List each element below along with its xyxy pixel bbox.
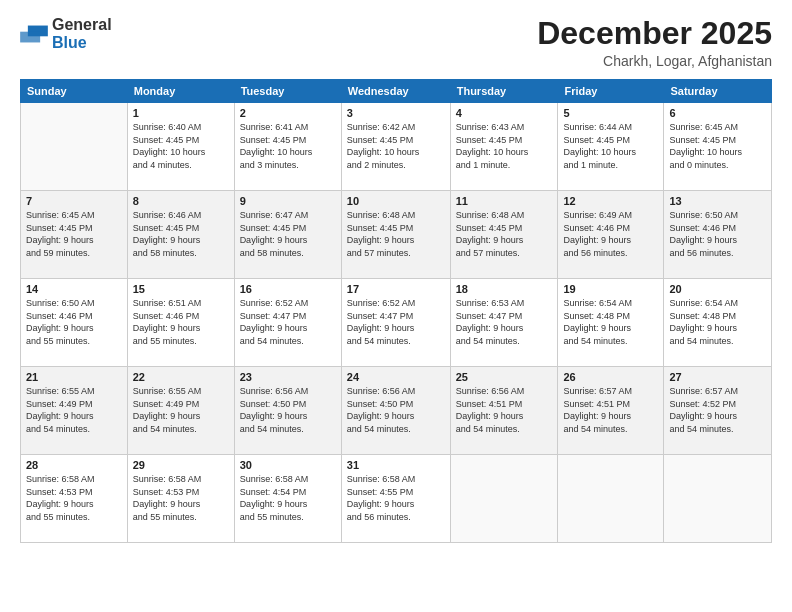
table-row (21, 103, 128, 191)
day-info: Sunrise: 6:47 AM Sunset: 4:45 PM Dayligh… (240, 209, 336, 259)
location-title: Charkh, Logar, Afghanistan (537, 53, 772, 69)
day-info: Sunrise: 6:58 AM Sunset: 4:53 PM Dayligh… (133, 473, 229, 523)
calendar-week-row: 14Sunrise: 6:50 AM Sunset: 4:46 PM Dayli… (21, 279, 772, 367)
month-title: December 2025 (537, 16, 772, 51)
day-number: 23 (240, 371, 336, 383)
table-row: 16Sunrise: 6:52 AM Sunset: 4:47 PM Dayli… (234, 279, 341, 367)
day-info: Sunrise: 6:58 AM Sunset: 4:54 PM Dayligh… (240, 473, 336, 523)
logo-icon (20, 24, 48, 44)
day-number: 19 (563, 283, 658, 295)
day-info: Sunrise: 6:56 AM Sunset: 4:51 PM Dayligh… (456, 385, 553, 435)
day-info: Sunrise: 6:55 AM Sunset: 4:49 PM Dayligh… (26, 385, 122, 435)
col-thursday: Thursday (450, 80, 558, 103)
table-row: 2Sunrise: 6:41 AM Sunset: 4:45 PM Daylig… (234, 103, 341, 191)
logo-blue: Blue (52, 34, 87, 51)
table-row: 29Sunrise: 6:58 AM Sunset: 4:53 PM Dayli… (127, 455, 234, 543)
day-info: Sunrise: 6:42 AM Sunset: 4:45 PM Dayligh… (347, 121, 445, 171)
day-number: 27 (669, 371, 766, 383)
day-info: Sunrise: 6:41 AM Sunset: 4:45 PM Dayligh… (240, 121, 336, 171)
day-number: 2 (240, 107, 336, 119)
table-row: 6Sunrise: 6:45 AM Sunset: 4:45 PM Daylig… (664, 103, 772, 191)
day-info: Sunrise: 6:57 AM Sunset: 4:51 PM Dayligh… (563, 385, 658, 435)
table-row: 19Sunrise: 6:54 AM Sunset: 4:48 PM Dayli… (558, 279, 664, 367)
day-number: 26 (563, 371, 658, 383)
table-row: 11Sunrise: 6:48 AM Sunset: 4:45 PM Dayli… (450, 191, 558, 279)
day-info: Sunrise: 6:57 AM Sunset: 4:52 PM Dayligh… (669, 385, 766, 435)
calendar-week-row: 28Sunrise: 6:58 AM Sunset: 4:53 PM Dayli… (21, 455, 772, 543)
table-row (450, 455, 558, 543)
day-number: 31 (347, 459, 445, 471)
table-row: 24Sunrise: 6:56 AM Sunset: 4:50 PM Dayli… (341, 367, 450, 455)
table-row: 15Sunrise: 6:51 AM Sunset: 4:46 PM Dayli… (127, 279, 234, 367)
table-row: 13Sunrise: 6:50 AM Sunset: 4:46 PM Dayli… (664, 191, 772, 279)
table-row: 26Sunrise: 6:57 AM Sunset: 4:51 PM Dayli… (558, 367, 664, 455)
table-row: 14Sunrise: 6:50 AM Sunset: 4:46 PM Dayli… (21, 279, 128, 367)
day-info: Sunrise: 6:46 AM Sunset: 4:45 PM Dayligh… (133, 209, 229, 259)
day-info: Sunrise: 6:50 AM Sunset: 4:46 PM Dayligh… (26, 297, 122, 347)
logo-wrapper: General Blue (20, 16, 112, 52)
day-number: 22 (133, 371, 229, 383)
day-number: 17 (347, 283, 445, 295)
col-wednesday: Wednesday (341, 80, 450, 103)
col-friday: Friday (558, 80, 664, 103)
day-number: 10 (347, 195, 445, 207)
table-row: 30Sunrise: 6:58 AM Sunset: 4:54 PM Dayli… (234, 455, 341, 543)
day-info: Sunrise: 6:58 AM Sunset: 4:53 PM Dayligh… (26, 473, 122, 523)
day-number: 9 (240, 195, 336, 207)
table-row: 18Sunrise: 6:53 AM Sunset: 4:47 PM Dayli… (450, 279, 558, 367)
table-row: 9Sunrise: 6:47 AM Sunset: 4:45 PM Daylig… (234, 191, 341, 279)
day-info: Sunrise: 6:56 AM Sunset: 4:50 PM Dayligh… (240, 385, 336, 435)
day-info: Sunrise: 6:58 AM Sunset: 4:55 PM Dayligh… (347, 473, 445, 523)
table-row (664, 455, 772, 543)
day-info: Sunrise: 6:54 AM Sunset: 4:48 PM Dayligh… (669, 297, 766, 347)
day-number: 8 (133, 195, 229, 207)
calendar-header-row: Sunday Monday Tuesday Wednesday Thursday… (21, 80, 772, 103)
calendar-week-row: 21Sunrise: 6:55 AM Sunset: 4:49 PM Dayli… (21, 367, 772, 455)
day-number: 6 (669, 107, 766, 119)
table-row: 1Sunrise: 6:40 AM Sunset: 4:45 PM Daylig… (127, 103, 234, 191)
day-info: Sunrise: 6:55 AM Sunset: 4:49 PM Dayligh… (133, 385, 229, 435)
day-number: 28 (26, 459, 122, 471)
day-info: Sunrise: 6:45 AM Sunset: 4:45 PM Dayligh… (26, 209, 122, 259)
table-row: 8Sunrise: 6:46 AM Sunset: 4:45 PM Daylig… (127, 191, 234, 279)
table-row (558, 455, 664, 543)
day-info: Sunrise: 6:43 AM Sunset: 4:45 PM Dayligh… (456, 121, 553, 171)
day-number: 11 (456, 195, 553, 207)
table-row: 22Sunrise: 6:55 AM Sunset: 4:49 PM Dayli… (127, 367, 234, 455)
col-saturday: Saturday (664, 80, 772, 103)
day-number: 7 (26, 195, 122, 207)
calendar-week-row: 1Sunrise: 6:40 AM Sunset: 4:45 PM Daylig… (21, 103, 772, 191)
logo: General Blue (20, 16, 112, 52)
table-row: 7Sunrise: 6:45 AM Sunset: 4:45 PM Daylig… (21, 191, 128, 279)
day-number: 5 (563, 107, 658, 119)
day-number: 13 (669, 195, 766, 207)
day-number: 21 (26, 371, 122, 383)
table-row: 23Sunrise: 6:56 AM Sunset: 4:50 PM Dayli… (234, 367, 341, 455)
day-info: Sunrise: 6:51 AM Sunset: 4:46 PM Dayligh… (133, 297, 229, 347)
day-info: Sunrise: 6:40 AM Sunset: 4:45 PM Dayligh… (133, 121, 229, 171)
col-sunday: Sunday (21, 80, 128, 103)
header: General Blue December 2025 Charkh, Logar… (20, 16, 772, 69)
day-number: 18 (456, 283, 553, 295)
day-number: 14 (26, 283, 122, 295)
day-info: Sunrise: 6:56 AM Sunset: 4:50 PM Dayligh… (347, 385, 445, 435)
day-number: 4 (456, 107, 553, 119)
title-section: December 2025 Charkh, Logar, Afghanistan (537, 16, 772, 69)
day-info: Sunrise: 6:44 AM Sunset: 4:45 PM Dayligh… (563, 121, 658, 171)
table-row: 4Sunrise: 6:43 AM Sunset: 4:45 PM Daylig… (450, 103, 558, 191)
svg-marker-1 (20, 32, 40, 43)
table-row: 27Sunrise: 6:57 AM Sunset: 4:52 PM Dayli… (664, 367, 772, 455)
day-number: 1 (133, 107, 229, 119)
day-number: 24 (347, 371, 445, 383)
day-info: Sunrise: 6:52 AM Sunset: 4:47 PM Dayligh… (240, 297, 336, 347)
day-info: Sunrise: 6:50 AM Sunset: 4:46 PM Dayligh… (669, 209, 766, 259)
day-info: Sunrise: 6:48 AM Sunset: 4:45 PM Dayligh… (456, 209, 553, 259)
day-info: Sunrise: 6:52 AM Sunset: 4:47 PM Dayligh… (347, 297, 445, 347)
day-info: Sunrise: 6:53 AM Sunset: 4:47 PM Dayligh… (456, 297, 553, 347)
page: General Blue December 2025 Charkh, Logar… (0, 0, 792, 612)
col-tuesday: Tuesday (234, 80, 341, 103)
logo-general: General (52, 16, 112, 33)
calendar-table: Sunday Monday Tuesday Wednesday Thursday… (20, 79, 772, 543)
table-row: 28Sunrise: 6:58 AM Sunset: 4:53 PM Dayli… (21, 455, 128, 543)
table-row: 12Sunrise: 6:49 AM Sunset: 4:46 PM Dayli… (558, 191, 664, 279)
